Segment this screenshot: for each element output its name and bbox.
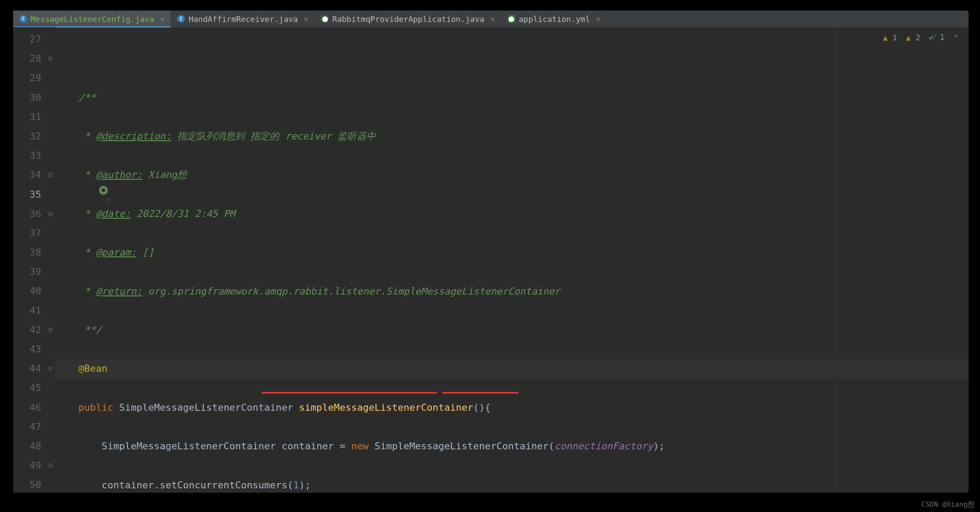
code-editor[interactable]: 27 28⊟ 29 30 31 32 33 34⊡ 35 36⊟ 37 38 3… <box>13 27 969 493</box>
fold-mark-icon[interactable]: ⊡ <box>48 165 53 185</box>
bean-gutter-icon[interactable] <box>99 186 108 195</box>
tab-message-listener-config[interactable]: C MessageListenerConfig.java × <box>13 11 171 27</box>
red-underline-annotation <box>262 392 437 394</box>
fold-mark-icon[interactable]: ⊡ <box>48 320 53 340</box>
tab-hand-affirm-receiver[interactable]: C HandAffirmReceiver.java × <box>171 11 315 27</box>
bean-annotation: @Bean <box>78 363 107 374</box>
tab-label: application.yml <box>519 14 590 24</box>
java-class-icon: C <box>177 15 185 23</box>
highlighted-line: @Bean <box>55 359 969 378</box>
fold-mark-icon[interactable]: ⊡ <box>48 359 53 378</box>
javadoc-return-tag: @return: <box>96 286 142 297</box>
close-icon[interactable]: × <box>596 15 600 23</box>
editor-window: C MessageListenerConfig.java × C HandAff… <box>13 11 969 493</box>
javadoc-param-tag: @param: <box>96 247 137 258</box>
line-gutter: 27 28⊟ 29 30 31 32 33 34⊡ 35 36⊟ 37 38 3… <box>13 27 55 493</box>
method-name: simpleMessageListenerContainer <box>299 402 473 413</box>
tab-label: HandAffirmReceiver.java <box>188 14 298 24</box>
ok-indicator[interactable]: ✔⁄ 1 <box>929 32 945 42</box>
fold-mark-icon[interactable]: ⊡ <box>48 456 53 475</box>
javadoc-date-tag: @date: <box>96 208 131 219</box>
java-class-icon: C <box>19 15 27 23</box>
close-icon[interactable]: × <box>490 15 495 23</box>
tab-label: MessageListenerConfig.java <box>31 14 154 24</box>
javadoc-open: /** <box>78 92 96 103</box>
yml-file-icon: ⬤ <box>508 15 515 23</box>
javadoc-description-tag: @description: <box>96 131 171 142</box>
close-icon[interactable]: × <box>160 15 165 23</box>
fold-mark-icon[interactable]: ⊟ <box>48 204 53 224</box>
tab-label: RabbitmqProviderApplication.java <box>332 14 484 24</box>
close-icon[interactable]: × <box>304 15 309 23</box>
spring-app-icon: ⬤ <box>321 15 329 23</box>
navigate-arrow-icon[interactable]: ↘ <box>107 189 110 209</box>
weak-warning-indicator[interactable]: ▲ 1 <box>883 33 898 42</box>
javadoc-close: **/ <box>78 324 102 335</box>
fold-mark-icon[interactable]: ⊟ <box>48 49 53 68</box>
warning-indicator[interactable]: ▲ 2 <box>906 33 920 42</box>
tab-application-yml[interactable]: ⬤ application.yml × <box>501 11 607 27</box>
tab-rabbitmq-provider-application[interactable]: ⬤ RabbitmqProviderApplication.java × <box>315 11 501 27</box>
chevron-up-icon[interactable]: ⌃ <box>953 33 958 42</box>
tab-bar: C MessageListenerConfig.java × C HandAff… <box>13 11 969 28</box>
code-area[interactable]: /** * @description: 指定队列消息到 指定的 receiver… <box>55 27 969 493</box>
inspection-status[interactable]: ▲ 1 ▲ 2 ✔⁄ 1 ⌃ <box>883 32 958 42</box>
field-connection-factory: connectionFactory <box>554 441 653 452</box>
red-underline-annotation <box>442 392 518 394</box>
watermark: CSDN @Xiang想 <box>921 500 975 509</box>
javadoc-author-tag: @author: <box>96 169 142 180</box>
